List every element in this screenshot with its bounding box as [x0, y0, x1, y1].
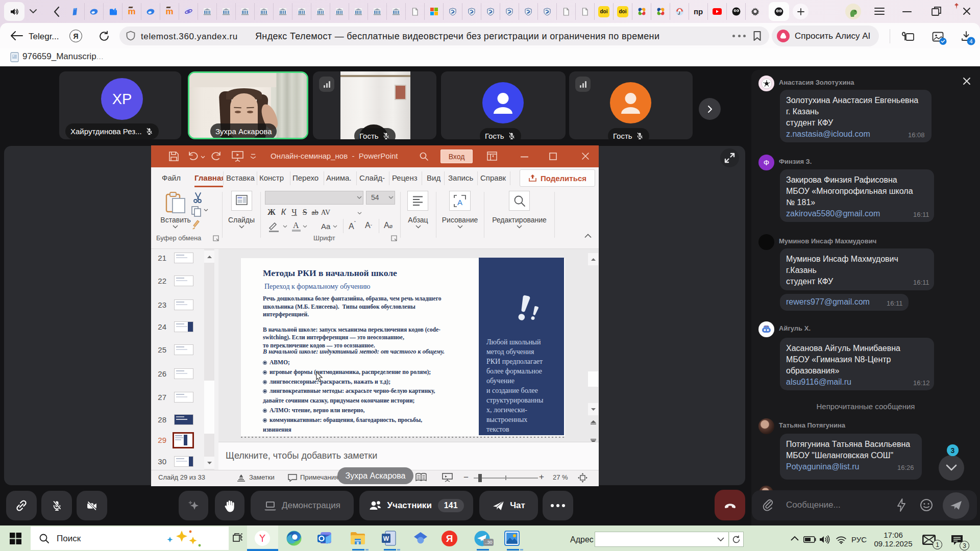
svg-text:W: W [383, 535, 389, 542]
